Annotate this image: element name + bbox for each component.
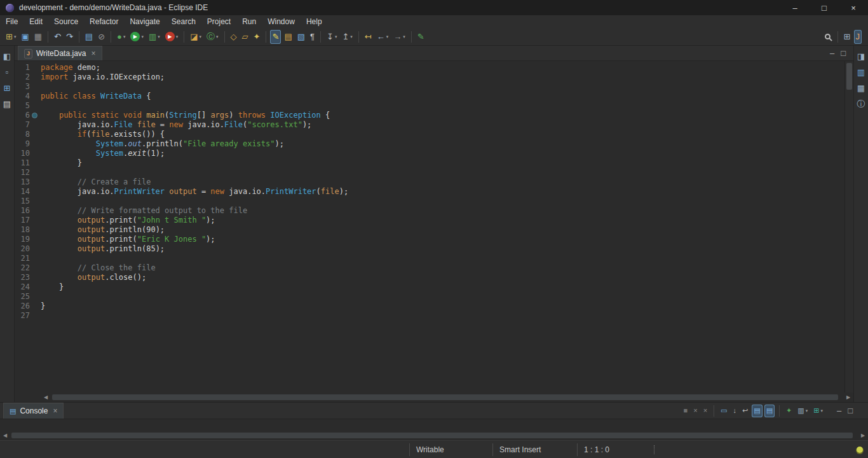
line-number[interactable]: 9 [15, 139, 30, 149]
new-wizard-button[interactable]: ⊞▾ [4, 30, 18, 44]
line-number[interactable]: 19 [15, 235, 30, 244]
code-line[interactable]: 3 [15, 82, 844, 92]
line-number[interactable]: 10 [15, 149, 30, 158]
package-explorer-view-icon[interactable]: ⊞ [4, 84, 11, 92]
outline-view-icon[interactable]: ▤ [3, 100, 11, 108]
line-number[interactable]: 27 [15, 311, 30, 321]
show-stdout-button[interactable]: ▤ [752, 405, 762, 417]
java-perspective-button[interactable]: J [854, 30, 862, 44]
back-button[interactable]: ←▾ [375, 30, 391, 44]
editor-horizontal-scrollbar[interactable]: ◀ ▶ [41, 392, 853, 402]
code-line[interactable]: 5 [15, 101, 844, 111]
code-line[interactable]: 11 } [15, 158, 844, 168]
line-number[interactable]: 24 [15, 282, 30, 292]
line-number[interactable]: 17 [15, 216, 30, 225]
menu-edit[interactable]: Edit [24, 16, 48, 27]
menu-source[interactable]: Source [48, 16, 84, 27]
line-number[interactable]: 13 [15, 177, 30, 187]
open-type-button[interactable]: ◇ [229, 30, 239, 44]
externalize-strings-button[interactable]: ▤ [282, 30, 294, 44]
open-console-button[interactable]: ▤ [83, 30, 95, 44]
open-perspective-button[interactable]: ⊞ [842, 30, 853, 44]
code-line[interactable]: 6 public static void main(String[] args)… [15, 111, 844, 120]
minimized-toolbar-icon[interactable]: ▫ [6, 68, 9, 76]
code-editor[interactable]: 1package demo;2import java.io.IOExceptio… [15, 61, 844, 392]
skip-breakpoints-button[interactable]: ⊘ [96, 30, 107, 44]
code-line[interactable]: 7 java.io.File file = new java.io.File("… [15, 120, 844, 130]
code-line[interactable]: 1package demo; [15, 63, 844, 73]
line-number[interactable]: 21 [15, 254, 30, 263]
mark-occurrences-button[interactable]: ✎ [270, 30, 281, 44]
maximize-editor-area-button[interactable]: □ [839, 46, 848, 60]
line-number[interactable]: 8 [15, 130, 30, 139]
code-line[interactable]: 17 output.print("John t Smith "); [15, 216, 844, 225]
remove-launch-button[interactable]: × [691, 405, 699, 417]
scroll-lock-button[interactable]: ↓ [731, 405, 739, 417]
line-number[interactable]: 20 [15, 244, 30, 254]
external-tools-button[interactable]: ▶▾ [163, 30, 180, 44]
maximize-console-button[interactable]: □ [846, 404, 855, 418]
console-scroll-right-button[interactable]: ▶ [858, 433, 868, 438]
menu-project[interactable]: Project [201, 16, 236, 27]
debug-button[interactable]: ●▾ [115, 30, 127, 44]
code-line[interactable]: 4public class WriteData { [15, 92, 844, 101]
line-number[interactable]: 15 [15, 197, 30, 206]
line-number[interactable]: 25 [15, 292, 30, 302]
task-list-view-icon[interactable]: ▥ [857, 68, 865, 76]
editor-hscroll-track[interactable] [51, 392, 843, 402]
remove-all-launches-button[interactable]: × [702, 405, 709, 417]
console-horizontal-scrollbar[interactable]: ◀ ▶ [0, 431, 868, 440]
line-number[interactable]: 14 [15, 187, 30, 197]
show-whitespace-button[interactable]: ¶ [308, 30, 316, 44]
menu-search[interactable]: Search [166, 16, 201, 27]
line-number[interactable]: 18 [15, 225, 30, 235]
line-number[interactable]: 23 [15, 273, 30, 282]
line-number[interactable]: 26 [15, 302, 30, 311]
code-line[interactable]: 9 System.out.println("File aready exists… [15, 139, 844, 149]
clear-console-button[interactable]: ▭ [719, 405, 729, 417]
console-scroll-left-button[interactable]: ◀ [0, 433, 10, 438]
line-number[interactable]: 3 [15, 82, 30, 92]
pin-console-button[interactable]: ✦ [784, 405, 794, 417]
open-declaration-button[interactable]: ▧ [295, 30, 307, 44]
open-console-dropdown-button[interactable]: ⊞▾ [811, 405, 825, 417]
line-number[interactable]: 16 [15, 206, 30, 216]
code-line[interactable]: 14 java.io.PrintWriter output = new java… [15, 187, 844, 197]
maximize-window-button[interactable]: □ [810, 0, 839, 15]
terminate-button[interactable]: ■ [682, 405, 690, 417]
menu-refactor[interactable]: Refactor [84, 16, 124, 27]
code-line[interactable]: 19 output.print("Eric K Jones "); [15, 235, 844, 244]
editor-vertical-scrollbar[interactable] [844, 61, 853, 392]
close-editor-tab-icon[interactable]: × [91, 49, 95, 58]
notification-lightbulb-icon[interactable] [857, 447, 863, 453]
line-number[interactable]: 1 [15, 63, 30, 73]
code-line[interactable]: 26} [15, 302, 844, 311]
code-line[interactable]: 22 // Close the file [15, 263, 844, 273]
line-number[interactable]: 11 [15, 158, 30, 168]
console-hscrollbar-thumb[interactable] [11, 433, 853, 438]
code-line[interactable]: 12 [15, 168, 844, 177]
tab-writedata-java[interactable]: J WriteData.java × [18, 46, 102, 60]
code-line[interactable]: 20 output.println(85); [15, 244, 844, 254]
code-line[interactable]: 18 output.println(90); [15, 225, 844, 235]
quick-search-button[interactable] [822, 30, 834, 44]
code-line[interactable]: 16 // Write formatted output to the file [15, 206, 844, 216]
forward-button[interactable]: →▾ [391, 30, 407, 44]
tab-console[interactable]: ▤ Console × [3, 403, 64, 419]
next-annotation-button[interactable]: ↧▾ [325, 30, 339, 44]
menu-file[interactable]: File [0, 16, 24, 27]
code-line[interactable]: 24 } [15, 282, 844, 292]
editor-vscrollbar-thumb[interactable] [846, 63, 852, 90]
last-edit-location-button[interactable]: ↤ [363, 30, 374, 44]
redo-button[interactable]: ↷ [64, 30, 75, 44]
coverage-button[interactable]: ▥▾ [147, 30, 162, 44]
new-java-project-button[interactable]: ◪▾ [188, 30, 203, 44]
editor-hscrollbar-thumb[interactable] [52, 394, 838, 400]
run-button[interactable]: ▶▾ [128, 30, 146, 44]
word-wrap-button[interactable]: ↩ [740, 405, 750, 417]
search-button[interactable]: ✦ [252, 30, 262, 44]
code-line[interactable]: 25 [15, 292, 844, 302]
code-line[interactable]: 23 output.close(); [15, 273, 844, 282]
previous-annotation-button[interactable]: ↥▾ [340, 30, 354, 44]
open-resource-button[interactable]: ▱ [240, 30, 250, 44]
